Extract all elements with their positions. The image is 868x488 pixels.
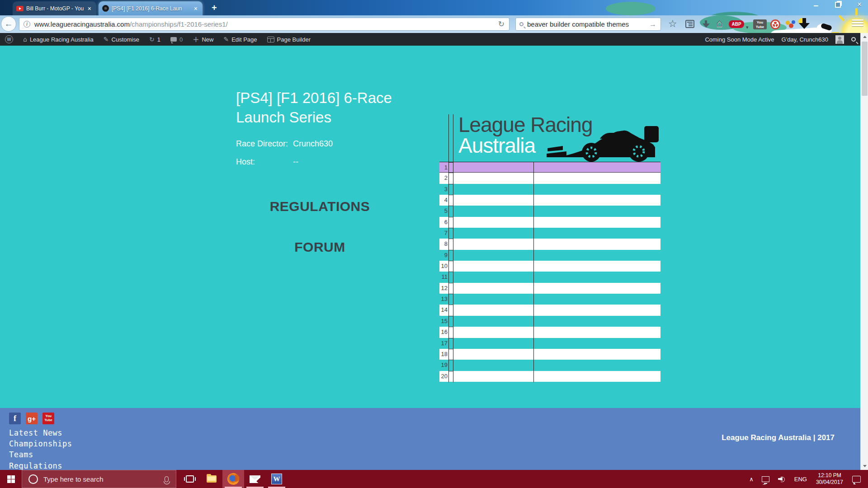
howdy-greeting[interactable]: G'day, Crunch630 — [782, 36, 828, 43]
adminbar-search-icon[interactable] — [851, 37, 856, 42]
reload-icon[interactable]: ↻ — [498, 19, 505, 29]
downloads-icon[interactable] — [702, 20, 711, 29]
video-download-helper-icon[interactable] — [798, 18, 810, 30]
new-tab-button[interactable]: + — [207, 3, 222, 13]
race-director-label: Race Director: — [236, 139, 293, 149]
word-button[interactable]: W — [266, 470, 288, 488]
wp-logo-menu[interactable]: W — [0, 33, 18, 46]
scrollbar-up-icon[interactable] — [861, 33, 868, 41]
start-button[interactable] — [0, 470, 22, 488]
scrollbar-down-icon[interactable] — [861, 462, 868, 470]
tab-close-icon[interactable]: × — [86, 5, 93, 12]
theme-snoopy-ear — [821, 23, 832, 31]
minimize-button[interactable] — [810, 0, 822, 9]
reading-list-icon[interactable] — [685, 20, 694, 28]
adblock-plus-icon[interactable]: ABP — [729, 20, 744, 28]
position-number: 3 — [439, 184, 448, 195]
browser-tab-youtube[interactable]: Bill Burr - MotoGP - YouTub × — [13, 1, 96, 15]
position-number: 5 — [439, 206, 448, 216]
menu-icon[interactable] — [852, 19, 863, 29]
extension-dots-icon[interactable] — [785, 20, 796, 29]
taskbar-search-placeholder: Type here to search — [43, 475, 165, 483]
footer-link-championships[interactable]: Championships — [9, 438, 72, 449]
tray-expand-icon[interactable]: ∧ — [745, 476, 758, 483]
youtube-favicon — [16, 6, 24, 11]
new-content-menu[interactable]: + New — [188, 33, 218, 46]
abp-dropdown-icon[interactable]: ▾ — [746, 22, 749, 32]
page-builder-menu[interactable]: Page Builder — [262, 33, 316, 46]
user-avatar[interactable] — [835, 35, 844, 44]
back-button[interactable]: ← — [1, 16, 16, 32]
firefox-icon — [227, 473, 239, 485]
edit-page-menu[interactable]: ✎ Edit Page — [218, 33, 262, 46]
browser-chrome: Bill Burr - MotoGP - YouTub × [PS4] [F1 … — [0, 0, 868, 33]
position-number: 20 — [439, 371, 448, 382]
search-go-icon[interactable]: → — [649, 20, 656, 28]
search-query[interactable]: beaver builder compatible themes — [527, 20, 645, 28]
mail-button[interactable] — [244, 470, 266, 488]
bookmark-star-icon[interactable]: ☆ — [668, 19, 677, 29]
position-number: 6 — [439, 217, 448, 228]
youtube-icon[interactable]: You Tube — [42, 413, 54, 424]
position-number: 2 — [439, 173, 448, 183]
host-value: -- — [293, 157, 298, 167]
site-info-icon[interactable]: i — [24, 21, 30, 28]
comments-menu[interactable]: 0 — [165, 33, 188, 46]
taskbar-search-box[interactable]: Type here to search — [22, 470, 176, 488]
table-border — [448, 114, 449, 382]
clock[interactable]: 12:10 PM 30/04/2017 — [811, 472, 848, 486]
position-number: 15 — [439, 316, 448, 327]
volume-icon[interactable] — [778, 475, 785, 483]
google-plus-icon[interactable]: g+ — [26, 413, 38, 424]
table-row: 3 — [439, 184, 660, 195]
file-explorer-button[interactable] — [201, 470, 222, 488]
footer-link-latest-news[interactable]: Latest News — [9, 427, 72, 438]
customise-menu[interactable]: ✎ Customise — [99, 33, 144, 46]
youtube-extension-icon[interactable]: You Tube — [753, 19, 767, 29]
position-number: 9 — [439, 250, 448, 261]
browser-viewport: W ⌂ League Racing Australia ✎ Customise … — [0, 33, 868, 470]
regulations-link[interactable]: REGULATIONS — [226, 199, 414, 214]
url-path: /championships/f1-2016-series1/ — [130, 20, 494, 28]
web-page: W ⌂ League Racing Australia ✎ Customise … — [0, 33, 860, 470]
firefox-button[interactable] — [222, 470, 244, 488]
position-number: 10 — [439, 261, 448, 272]
dashboard-icon: ⌂ — [23, 36, 27, 43]
page-scrollbar[interactable] — [860, 33, 868, 470]
tab-title: Bill Burr - MotoGP - YouTub — [26, 5, 84, 12]
footer-link-teams[interactable]: Teams — [9, 449, 72, 460]
updates-menu[interactable]: ↻ 1 — [144, 33, 165, 46]
table-row: 11 — [439, 272, 660, 282]
page-builder-icon — [267, 37, 274, 42]
task-view-button[interactable] — [179, 470, 201, 488]
logo-line2: Australia — [458, 133, 535, 158]
scrollbar-thumb[interactable] — [862, 42, 868, 96]
search-bar[interactable]: beaver builder compatible themes → — [515, 18, 661, 31]
table-row: 15 — [439, 316, 660, 327]
system-tray: ∧ ENG 12:10 PM 30/04/2017 — [745, 470, 868, 488]
browser-tab-active[interactable]: [PS4] [F1 2016] 6-Race Laun × — [99, 1, 203, 15]
close-button[interactable]: × — [854, 0, 865, 9]
table-row: 18 — [439, 349, 660, 360]
comments-icon — [170, 37, 177, 42]
action-center-icon[interactable] — [852, 476, 861, 483]
facebook-icon[interactable]: f — [9, 413, 21, 424]
position-number: 8 — [439, 239, 448, 249]
home-icon[interactable]: ⌂ — [716, 18, 723, 28]
extension-ball-icon[interactable] — [770, 19, 780, 29]
table-row: 9 — [439, 250, 660, 261]
position-number: 16 — [439, 327, 448, 338]
network-icon[interactable] — [762, 476, 769, 482]
site-name-menu[interactable]: ⌂ League Racing Australia — [18, 33, 99, 46]
forum-link[interactable]: FORUM — [226, 239, 414, 255]
language-indicator[interactable]: ENG — [790, 476, 811, 483]
coming-soon-status: Coming Soon Mode Active — [705, 36, 774, 43]
word-icon: W — [271, 474, 282, 484]
tab-close-icon[interactable]: × — [193, 5, 199, 12]
search-icon — [519, 22, 524, 26]
microphone-icon[interactable] — [165, 476, 169, 482]
maximize-button[interactable] — [832, 0, 844, 9]
position-number: 11 — [439, 272, 448, 282]
url-bar[interactable]: i www.leagueracingaustralia.com/champion… — [19, 18, 509, 31]
comments-count: 0 — [179, 36, 183, 43]
